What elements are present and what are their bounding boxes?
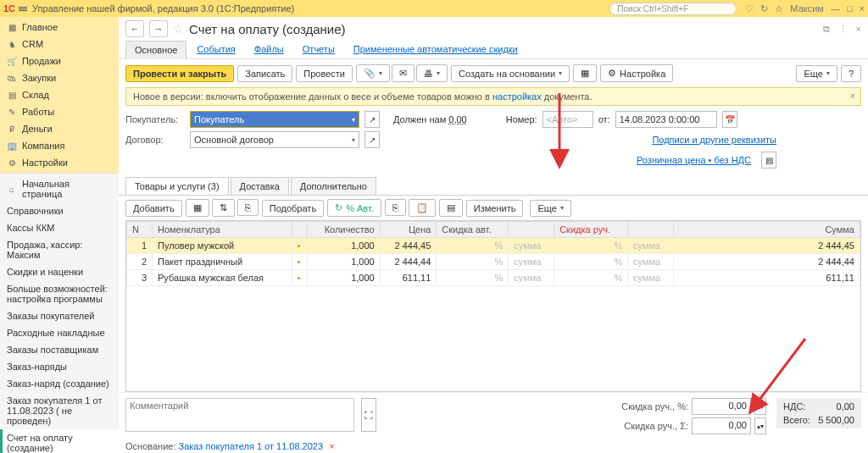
sidebar-item[interactable]: Справочники [0, 202, 119, 219]
history-icon[interactable]: ↻ [760, 3, 768, 14]
buyer-input[interactable]: Покупатель▾ [190, 111, 359, 128]
sidebar-item[interactable]: Заказ-наряд (создание) [0, 375, 119, 392]
disc-sum-spinner[interactable]: ▴▾ [754, 417, 766, 434]
toolbar-icon-1[interactable]: 📎▾ [356, 64, 390, 82]
basis-close-icon[interactable]: × [329, 441, 334, 451]
more-button[interactable]: Еще▾ [796, 65, 837, 82]
grid-icon-4[interactable]: ▤ [439, 199, 463, 217]
price-type-link[interactable]: Розничная цена • без НДС [637, 155, 751, 165]
sidebar-item[interactable]: Счет на оплату (создание) [0, 429, 119, 453]
close-icon[interactable]: × [860, 3, 865, 14]
sidebar-item[interactable]: ⌂Начальная страница [0, 175, 119, 202]
banner-close-icon[interactable]: × [850, 91, 855, 101]
disc-pct-spinner[interactable]: ▴▾ [754, 398, 766, 415]
grid-icon-3[interactable]: ⎘ [237, 199, 259, 216]
grid-col-header[interactable]: Скидка авт. [437, 222, 509, 238]
contract-input[interactable]: Основной договор▾ [190, 131, 359, 148]
toolbar-icon-3[interactable]: ▦ [573, 64, 597, 82]
user-name[interactable]: Максим [790, 3, 824, 14]
paste-icon[interactable]: 📋 [409, 199, 436, 217]
menu-icon[interactable] [19, 7, 27, 11]
save-button[interactable]: Записать [237, 65, 292, 82]
close-doc-icon[interactable]: × [856, 24, 861, 34]
price-type-button[interactable]: ▤ [761, 152, 776, 168]
date-input[interactable]: 14.08.2023 0:00:00 [615, 111, 717, 128]
grid-more-button[interactable]: Еще▾ [530, 200, 570, 217]
grid-col-header[interactable]: Скидка руч. [554, 222, 628, 238]
sub-tab[interactable]: Дополнительно [291, 177, 376, 195]
post-button[interactable]: Провести [296, 65, 353, 82]
sidebar-item[interactable]: Заказ-наряды [0, 358, 119, 375]
sidebar-section-5[interactable]: ✎Работы [0, 103, 119, 120]
grid-col-header[interactable] [292, 222, 307, 238]
grid-icon-1[interactable]: ▦ [186, 199, 209, 217]
doc-tab[interactable]: Основное [125, 41, 186, 59]
grid-col-header[interactable] [509, 222, 554, 238]
items-grid[interactable]: NНоменклатураКоличествоЦенаСкидка авт.Ск… [125, 220, 861, 392]
detach-icon[interactable]: ⧉ [823, 24, 830, 35]
doc-tab[interactable]: Отчеты [294, 41, 343, 58]
sidebar-section-2[interactable]: 🛒Продажи [0, 52, 119, 69]
sidebar-section-6[interactable]: ₽Деньги [0, 120, 119, 137]
create-based-button[interactable]: Создать на основании▾ [451, 65, 570, 82]
global-search[interactable]: Поиск Ctrl+Shift+F [609, 3, 737, 15]
doc-tab[interactable]: Примененные автоматические скидки [345, 41, 526, 58]
add-row-button[interactable]: Добавить [125, 200, 182, 217]
doc-tab[interactable]: Файлы [246, 41, 292, 58]
comment-expand-icon[interactable]: ⛶ [361, 398, 376, 432]
favorite-icon[interactable]: ☆ [173, 22, 184, 36]
basis-link[interactable]: Заказ покупателя 1 от 11.08.2023 [179, 441, 324, 451]
help-button[interactable]: ? [841, 65, 861, 82]
sidebar-section-0[interactable]: ▦Главное [0, 19, 119, 36]
sidebar-section-8[interactable]: ⚙Настройки [0, 154, 119, 171]
print-button[interactable]: 🖶▾ [416, 64, 448, 82]
bell-icon[interactable]: ♡ [745, 3, 754, 14]
doc-tab[interactable]: События [188, 41, 243, 58]
copy-icon[interactable]: ⎘ [385, 199, 406, 216]
maximize-icon[interactable]: □ [847, 3, 853, 14]
grid-row[interactable]: 2Пакет праздничный▪1,0002 444,44%сумма%с… [127, 254, 860, 270]
contract-open-button[interactable]: ↗ [364, 131, 380, 148]
minimize-icon[interactable]: — [831, 3, 840, 14]
sidebar-item[interactable]: Больше возможностей: настройка программы [0, 280, 119, 307]
sidebar-item[interactable]: Заказы поставщикам [0, 341, 119, 358]
sidebar-item[interactable]: Расходные накладные [0, 324, 119, 341]
sub-tab[interactable]: Доставка [231, 177, 289, 195]
edit-button[interactable]: Изменить [466, 200, 524, 217]
grid-col-header[interactable]: Количество [307, 222, 380, 238]
pick-button[interactable]: Подобрать [262, 200, 324, 217]
auto-discount-button[interactable]: ↻ % Авт. [327, 199, 381, 217]
sub-tab[interactable]: Товары и услуги (3) [125, 177, 229, 195]
grid-col-header[interactable] [628, 222, 674, 238]
sidebar-section-3[interactable]: 🛍Закупки [0, 69, 119, 86]
grid-col-header[interactable]: N [127, 222, 153, 238]
grid-col-header[interactable]: Сумма [674, 222, 860, 238]
sidebar-item[interactable]: Продажа, кассир: Максим [0, 236, 119, 263]
banner-link[interactable]: настройках [492, 91, 542, 102]
sidebar-section-4[interactable]: ▤Склад [0, 86, 119, 103]
toolbar-icon-2[interactable]: ✉ [392, 64, 415, 82]
sign-link[interactable]: Подписи и другие реквизиты [652, 135, 776, 145]
post-and-close-button[interactable]: Провести и закрыть [125, 65, 234, 82]
buyer-open-button[interactable]: ↗ [364, 111, 380, 128]
grid-col-header[interactable]: Номенклатура [153, 222, 292, 238]
sidebar-item[interactable]: Заказы покупателей [0, 307, 119, 324]
comment-input[interactable] [125, 398, 354, 432]
back-button[interactable]: ← [125, 20, 144, 37]
grid-col-header[interactable]: Цена [380, 222, 437, 238]
number-input[interactable]: <Авто> [542, 111, 593, 128]
grid-icon-2[interactable]: ⇅ [212, 199, 235, 217]
grid-row[interactable]: 1Пуловер мужской▪1,0002 444,45%сумма%сум… [127, 238, 860, 254]
disc-sum-input[interactable]: 0,00 [692, 417, 751, 434]
sidebar-section-7[interactable]: 🏢Компания [0, 137, 119, 154]
sidebar-item[interactable]: Скидки и наценки [0, 263, 119, 280]
sidebar-item[interactable]: Заказ покупателя 1 от 11.08.2023 ( не пр… [0, 392, 119, 429]
star-icon[interactable]: ☆ [775, 3, 783, 14]
sidebar-item[interactable]: Кассы ККМ [0, 219, 119, 236]
settings-button[interactable]: ⚙ Настройка [600, 64, 673, 82]
sidebar-section-1[interactable]: ♞CRM [0, 36, 119, 52]
forward-button[interactable]: → [149, 20, 168, 37]
calendar-icon[interactable]: 📅 [722, 111, 737, 128]
more-icon[interactable]: ⋮ [838, 24, 848, 35]
disc-pct-input[interactable]: 0,00 [692, 398, 751, 415]
